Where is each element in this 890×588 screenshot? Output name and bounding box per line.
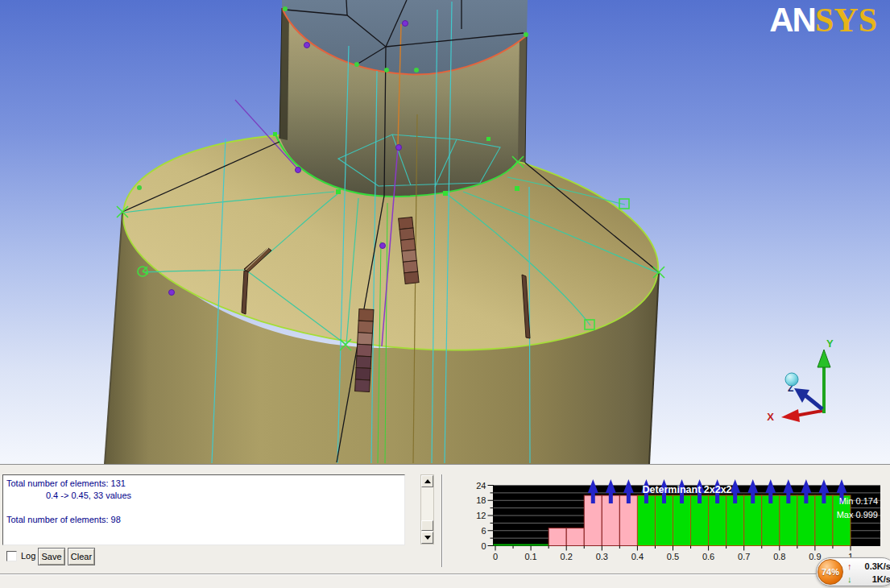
clear-button[interactable]: Clear: [68, 548, 95, 565]
svg-text:0.1: 0.1: [524, 552, 536, 561]
svg-text:0.8: 0.8: [773, 552, 785, 561]
scroll-down-button[interactable]: [421, 532, 433, 544]
svg-text:0: 0: [493, 552, 498, 561]
status-strip: [0, 575, 890, 588]
log-line: 0.4 -> 0.45, 33 values: [6, 490, 401, 502]
ansys-logo-sys: SYS: [815, 2, 877, 39]
svg-text:0.3: 0.3: [596, 552, 608, 561]
triad-sphere: [785, 373, 798, 386]
svg-text:0.4: 0.4: [631, 552, 644, 561]
ansys-logo-an: AN: [769, 1, 815, 39]
model-canvas: X Y Z: [0, 0, 890, 464]
scroll-up-button[interactable]: [421, 475, 433, 487]
x-axis-arrow: X: [767, 409, 822, 423]
y-axis-arrow: Y: [818, 337, 834, 413]
svg-text:0.9: 0.9: [809, 552, 821, 561]
log-checkbox-label: Log: [21, 551, 35, 561]
histogram-max-label: Max 0.999: [837, 510, 878, 520]
svg-text:0.6: 0.6: [702, 552, 714, 561]
svg-text:0.5: 0.5: [667, 552, 679, 561]
log-checkbox[interactable]: [6, 551, 17, 561]
download-arrow-icon: ↓: [847, 574, 855, 584]
upload-rate: 0.3K/s: [855, 561, 890, 571]
network-percent-badge[interactable]: 74%: [818, 559, 843, 585]
scrollbar-thumb[interactable]: [421, 520, 433, 531]
z-axis-arrow: Z: [785, 373, 822, 409]
network-monitor-widget[interactable]: 74% ↑ 0.3K/s ↓ 1K/s: [816, 557, 890, 586]
log-line: [6, 502, 401, 514]
svg-text:0: 0: [481, 541, 486, 551]
svg-text:24: 24: [476, 481, 486, 491]
chevron-down-icon: [424, 536, 431, 540]
y-axis-label: Y: [826, 337, 834, 350]
svg-text:18: 18: [476, 495, 486, 505]
3d-viewport[interactable]: X Y Z ANSYS: [0, 0, 890, 464]
x-axis-label: X: [767, 411, 774, 423]
log-line: Total number of elements: 98: [6, 514, 401, 526]
panel-separator: [441, 474, 443, 567]
upload-rate-row: ↑ 0.3K/s: [847, 560, 890, 573]
application-window: X Y Z ANSYS Total number of elements: 13…: [0, 0, 890, 588]
log-line: Total number of elements: 131: [6, 478, 401, 490]
svg-text:6: 6: [481, 526, 486, 536]
save-button[interactable]: Save: [38, 548, 65, 565]
axis-triad: X Y Z: [767, 337, 834, 423]
message-log[interactable]: Total number of elements: 131 0.4 -> 0.4…: [2, 474, 405, 545]
chevron-up-icon: [424, 479, 431, 483]
histogram-title: Determinant 2x2x2: [642, 484, 731, 495]
message-scrollbar[interactable]: [420, 474, 434, 545]
download-rate: 1K/s: [855, 574, 890, 584]
download-rate-row: ↓ 1K/s: [847, 573, 890, 586]
upload-arrow-icon: ↑: [847, 561, 855, 571]
bottom-panel: Total number of elements: 131 0.4 -> 0.4…: [0, 464, 890, 588]
svg-text:12: 12: [476, 511, 486, 520]
svg-text:0.2: 0.2: [561, 552, 573, 561]
ansys-logo: ANSYS: [769, 3, 877, 37]
network-rates: ↑ 0.3K/s ↓ 1K/s: [847, 560, 890, 586]
svg-text:0.7: 0.7: [738, 552, 750, 561]
histogram-min-label: Min 0.174: [839, 496, 878, 506]
